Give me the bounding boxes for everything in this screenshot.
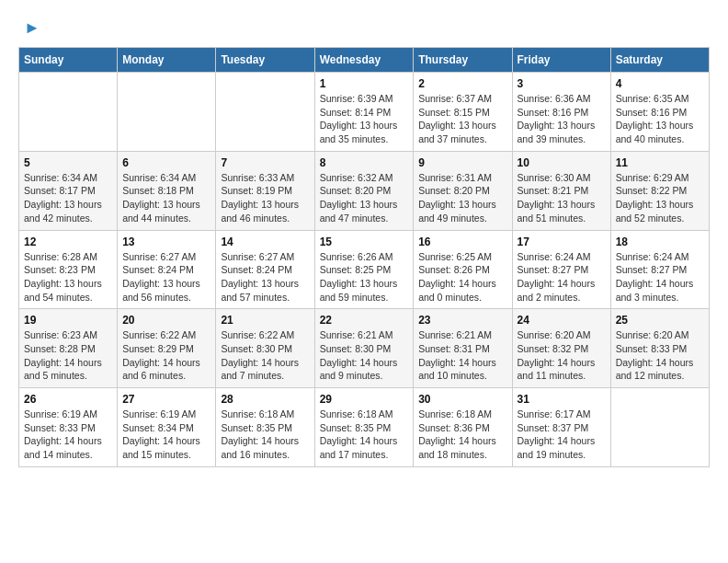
calendar-header-monday: Monday xyxy=(118,48,216,73)
day-info: Sunrise: 6:30 AM Sunset: 8:21 PM Dayligh… xyxy=(518,171,606,225)
day-number: 31 xyxy=(518,393,606,406)
day-info: Sunrise: 6:24 AM Sunset: 8:27 PM Dayligh… xyxy=(518,250,606,304)
day-info: Sunrise: 6:31 AM Sunset: 8:20 PM Dayligh… xyxy=(418,171,506,225)
calendar-cell: 16Sunrise: 6:25 AM Sunset: 8:26 PM Dayli… xyxy=(414,230,512,309)
day-info: Sunrise: 6:18 AM Sunset: 8:36 PM Dayligh… xyxy=(418,408,506,462)
day-number: 14 xyxy=(221,236,309,248)
calendar-week-3: 12Sunrise: 6:28 AM Sunset: 8:23 PM Dayli… xyxy=(19,230,710,309)
day-info: Sunrise: 6:36 AM Sunset: 8:16 PM Dayligh… xyxy=(518,92,606,146)
calendar-cell: 11Sunrise: 6:29 AM Sunset: 8:22 PM Dayli… xyxy=(610,151,709,230)
day-number: 23 xyxy=(418,314,506,327)
calendar-cell: 12Sunrise: 6:28 AM Sunset: 8:23 PM Dayli… xyxy=(19,230,118,309)
day-info: Sunrise: 6:18 AM Sunset: 8:35 PM Dayligh… xyxy=(320,408,409,462)
day-info: Sunrise: 6:27 AM Sunset: 8:24 PM Dayligh… xyxy=(122,250,210,304)
calendar-cell: 19Sunrise: 6:23 AM Sunset: 8:28 PM Dayli… xyxy=(19,309,118,388)
day-info: Sunrise: 6:34 AM Sunset: 8:17 PM Dayligh… xyxy=(24,171,112,225)
calendar-cell: 26Sunrise: 6:19 AM Sunset: 8:33 PM Dayli… xyxy=(19,388,118,467)
day-info: Sunrise: 6:39 AM Sunset: 8:14 PM Dayligh… xyxy=(320,92,409,146)
calendar-cell: 28Sunrise: 6:18 AM Sunset: 8:35 PM Dayli… xyxy=(216,388,314,467)
day-number: 11 xyxy=(616,156,704,169)
page-header: ► xyxy=(18,18,710,38)
day-number: 5 xyxy=(24,156,112,169)
day-number: 22 xyxy=(320,314,409,327)
calendar-header-saturday: Saturday xyxy=(610,48,709,73)
day-number: 7 xyxy=(221,156,309,169)
day-number: 12 xyxy=(24,236,112,248)
day-number: 10 xyxy=(518,156,606,169)
day-number: 25 xyxy=(616,314,704,327)
calendar-header-thursday: Thursday xyxy=(414,48,512,73)
day-number: 21 xyxy=(221,314,309,327)
day-number: 17 xyxy=(518,236,606,248)
day-info: Sunrise: 6:24 AM Sunset: 8:27 PM Dayligh… xyxy=(616,250,704,304)
calendar-week-1: 1Sunrise: 6:39 AM Sunset: 8:14 PM Daylig… xyxy=(19,73,710,152)
calendar-table: SundayMondayTuesdayWednesdayThursdayFrid… xyxy=(18,47,710,467)
day-info: Sunrise: 6:23 AM Sunset: 8:28 PM Dayligh… xyxy=(24,328,112,383)
day-number: 27 xyxy=(122,393,210,406)
calendar-cell: 15Sunrise: 6:26 AM Sunset: 8:25 PM Dayli… xyxy=(314,230,414,309)
calendar-week-4: 19Sunrise: 6:23 AM Sunset: 8:28 PM Dayli… xyxy=(19,309,710,388)
day-number: 24 xyxy=(518,314,606,327)
calendar-cell: 8Sunrise: 6:32 AM Sunset: 8:20 PM Daylig… xyxy=(314,151,414,230)
calendar-cell: 2Sunrise: 6:37 AM Sunset: 8:15 PM Daylig… xyxy=(414,73,512,152)
calendar-cell: 5Sunrise: 6:34 AM Sunset: 8:17 PM Daylig… xyxy=(19,151,118,230)
calendar-header-tuesday: Tuesday xyxy=(216,48,314,73)
calendar-week-5: 26Sunrise: 6:19 AM Sunset: 8:33 PM Dayli… xyxy=(19,388,710,467)
calendar-cell: 24Sunrise: 6:20 AM Sunset: 8:32 PM Dayli… xyxy=(512,309,610,388)
day-number: 20 xyxy=(122,314,210,327)
day-number: 4 xyxy=(616,77,704,90)
calendar-cell: 6Sunrise: 6:34 AM Sunset: 8:18 PM Daylig… xyxy=(118,151,216,230)
calendar-cell: 25Sunrise: 6:20 AM Sunset: 8:33 PM Dayli… xyxy=(610,309,709,388)
day-number: 15 xyxy=(320,236,409,248)
calendar-header-friday: Friday xyxy=(512,48,610,73)
day-number: 2 xyxy=(418,77,506,90)
calendar-header-wednesday: Wednesday xyxy=(314,48,414,73)
calendar-cell xyxy=(19,73,118,152)
day-number: 8 xyxy=(320,156,409,169)
calendar-cell: 13Sunrise: 6:27 AM Sunset: 8:24 PM Dayli… xyxy=(118,230,216,309)
logo: ► xyxy=(18,18,40,38)
calendar-cell xyxy=(610,388,709,467)
day-info: Sunrise: 6:28 AM Sunset: 8:23 PM Dayligh… xyxy=(24,250,112,304)
day-info: Sunrise: 6:19 AM Sunset: 8:34 PM Dayligh… xyxy=(122,408,210,462)
calendar-cell: 3Sunrise: 6:36 AM Sunset: 8:16 PM Daylig… xyxy=(512,73,610,152)
calendar-cell: 10Sunrise: 6:30 AM Sunset: 8:21 PM Dayli… xyxy=(512,151,610,230)
day-number: 28 xyxy=(221,393,309,406)
day-info: Sunrise: 6:33 AM Sunset: 8:19 PM Dayligh… xyxy=(221,171,309,225)
logo-bird-icon: ► xyxy=(24,18,40,38)
calendar-cell: 22Sunrise: 6:21 AM Sunset: 8:30 PM Dayli… xyxy=(314,309,414,388)
calendar-cell: 14Sunrise: 6:27 AM Sunset: 8:24 PM Dayli… xyxy=(216,230,314,309)
calendar-cell: 1Sunrise: 6:39 AM Sunset: 8:14 PM Daylig… xyxy=(314,73,414,152)
day-info: Sunrise: 6:19 AM Sunset: 8:33 PM Dayligh… xyxy=(24,408,112,462)
day-info: Sunrise: 6:21 AM Sunset: 8:30 PM Dayligh… xyxy=(320,328,409,383)
day-info: Sunrise: 6:34 AM Sunset: 8:18 PM Dayligh… xyxy=(122,171,210,225)
day-info: Sunrise: 6:20 AM Sunset: 8:33 PM Dayligh… xyxy=(616,328,704,383)
day-number: 19 xyxy=(24,314,112,327)
day-info: Sunrise: 6:32 AM Sunset: 8:20 PM Dayligh… xyxy=(320,171,409,225)
day-info: Sunrise: 6:25 AM Sunset: 8:26 PM Dayligh… xyxy=(418,250,506,304)
day-info: Sunrise: 6:18 AM Sunset: 8:35 PM Dayligh… xyxy=(221,408,309,462)
calendar-cell: 18Sunrise: 6:24 AM Sunset: 8:27 PM Dayli… xyxy=(610,230,709,309)
day-info: Sunrise: 6:22 AM Sunset: 8:29 PM Dayligh… xyxy=(122,328,210,383)
day-number: 3 xyxy=(518,77,606,90)
day-number: 16 xyxy=(418,236,506,248)
calendar-header-sunday: Sunday xyxy=(19,48,118,73)
day-info: Sunrise: 6:22 AM Sunset: 8:30 PM Dayligh… xyxy=(221,328,309,383)
calendar-cell: 31Sunrise: 6:17 AM Sunset: 8:37 PM Dayli… xyxy=(512,388,610,467)
calendar-week-2: 5Sunrise: 6:34 AM Sunset: 8:17 PM Daylig… xyxy=(19,151,710,230)
day-info: Sunrise: 6:21 AM Sunset: 8:31 PM Dayligh… xyxy=(418,328,506,383)
calendar-cell: 7Sunrise: 6:33 AM Sunset: 8:19 PM Daylig… xyxy=(216,151,314,230)
day-info: Sunrise: 6:26 AM Sunset: 8:25 PM Dayligh… xyxy=(320,250,409,304)
calendar-cell: 20Sunrise: 6:22 AM Sunset: 8:29 PM Dayli… xyxy=(118,309,216,388)
day-info: Sunrise: 6:27 AM Sunset: 8:24 PM Dayligh… xyxy=(221,250,309,304)
day-number: 6 xyxy=(122,156,210,169)
calendar-header-row: SundayMondayTuesdayWednesdayThursdayFrid… xyxy=(19,48,710,73)
calendar-cell: 4Sunrise: 6:35 AM Sunset: 8:16 PM Daylig… xyxy=(610,73,709,152)
day-number: 1 xyxy=(320,77,409,90)
day-info: Sunrise: 6:29 AM Sunset: 8:22 PM Dayligh… xyxy=(616,171,704,225)
day-number: 29 xyxy=(320,393,409,406)
day-number: 9 xyxy=(418,156,506,169)
calendar-cell: 27Sunrise: 6:19 AM Sunset: 8:34 PM Dayli… xyxy=(118,388,216,467)
day-info: Sunrise: 6:37 AM Sunset: 8:15 PM Dayligh… xyxy=(418,92,506,146)
calendar-cell: 30Sunrise: 6:18 AM Sunset: 8:36 PM Dayli… xyxy=(414,388,512,467)
